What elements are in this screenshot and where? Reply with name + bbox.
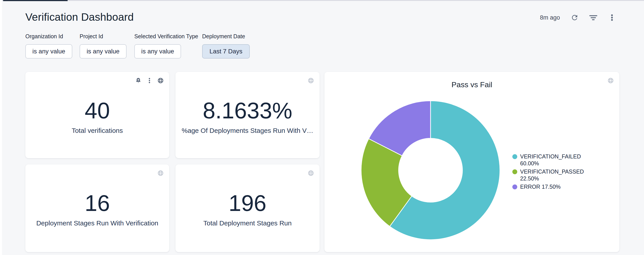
filter-value-selected-verification-type[interactable]: is any value: [134, 44, 181, 59]
page-title: Verification Dashboard: [25, 11, 134, 24]
header-controls: 8m ago: [540, 13, 616, 22]
filter-selected-verification-type: Selected Verification Type is any value: [134, 33, 198, 59]
tile-icons: [607, 77, 614, 84]
left-edge-strip: [0, 0, 2, 255]
tile-label: Total verifications: [25, 126, 169, 135]
filter-deployment-date: Deployment Date Last 7 Days: [202, 33, 250, 59]
legend-dot: [512, 154, 517, 159]
globe-icon[interactable]: [157, 170, 164, 176]
legend-label: ERROR 17.50%: [520, 183, 582, 190]
legend-dot: [512, 184, 517, 189]
filter-label: Project Id: [80, 33, 126, 40]
tile-icons: [135, 77, 164, 84]
chart-title: Pass vs Fail: [324, 80, 619, 89]
legend-label: VERIFICATION_PASSED 22.50%: [520, 168, 582, 182]
filter-value-project-id[interactable]: is any value: [80, 44, 126, 59]
tile-icons: [157, 170, 164, 176]
refresh-icon[interactable]: [570, 14, 578, 22]
legend-item-ERROR[interactable]: ERROR 17.50%: [512, 183, 582, 190]
tile-value: 8.1633%: [176, 98, 320, 123]
filter-label: Organization Id: [25, 33, 72, 40]
filter-label: Selected Verification Type: [134, 33, 198, 40]
tile-stages-with-verification: 16 Deployment Stages Run With Verificati…: [25, 164, 169, 252]
globe-icon[interactable]: [607, 77, 614, 84]
chart-legend: VERIFICATION_FAILED 60.00% VERIFICATION_…: [512, 153, 582, 192]
tile-value: 40: [25, 98, 169, 123]
tile-icons: [308, 77, 314, 84]
tile-total-deployment-stages: 196 Total Deployment Stages Run: [176, 164, 320, 252]
tile-label: Deployment Stages Run With Verification: [25, 219, 169, 228]
globe-icon[interactable]: [308, 77, 314, 84]
tile-label: Total Deployment Stages Run: [176, 219, 320, 228]
legend-dot: [512, 169, 517, 174]
filter-project-id: Project Id is any value: [80, 33, 126, 59]
tile-value: 16: [25, 191, 169, 216]
filter-label: Deployment Date: [202, 33, 250, 40]
tile-label: %age Of Deployments Stages Run With V…: [176, 126, 320, 135]
tile-icons: [308, 170, 314, 176]
donut-chart: [361, 100, 500, 240]
top-border-line: [0, 0, 644, 1]
filter-value-deployment-date[interactable]: Last 7 Days: [202, 44, 250, 59]
legend-label: VERIFICATION_FAILED 60.00%: [520, 153, 582, 167]
tile-total-verifications: 40 Total verifications: [25, 72, 169, 158]
tile-percent-deployment-stages: 8.1633% %age Of Deployments Stages Run W…: [176, 72, 320, 158]
filter-value-organization-id[interactable]: is any value: [25, 44, 72, 59]
globe-icon[interactable]: [157, 77, 164, 84]
kebab-menu-icon[interactable]: [146, 77, 153, 84]
globe-icon[interactable]: [308, 170, 314, 176]
legend-item-VERIFICATION_FAILED[interactable]: VERIFICATION_FAILED 60.00%: [512, 153, 582, 167]
tile-value: 196: [176, 191, 320, 216]
filter-icon[interactable]: [589, 14, 597, 22]
last-refresh-label: 8m ago: [540, 14, 560, 21]
legend-item-VERIFICATION_PASSED[interactable]: VERIFICATION_PASSED 22.50%: [512, 168, 582, 182]
pass-vs-fail-panel: Pass vs Fail VERIFICATION_FAILED 60.00% …: [324, 72, 619, 252]
add-alert-icon[interactable]: [135, 77, 142, 84]
top-border-dark-segment: [3, 0, 68, 1]
filter-organization-id: Organization Id is any value: [25, 33, 72, 59]
kebab-menu-icon[interactable]: [608, 14, 616, 22]
